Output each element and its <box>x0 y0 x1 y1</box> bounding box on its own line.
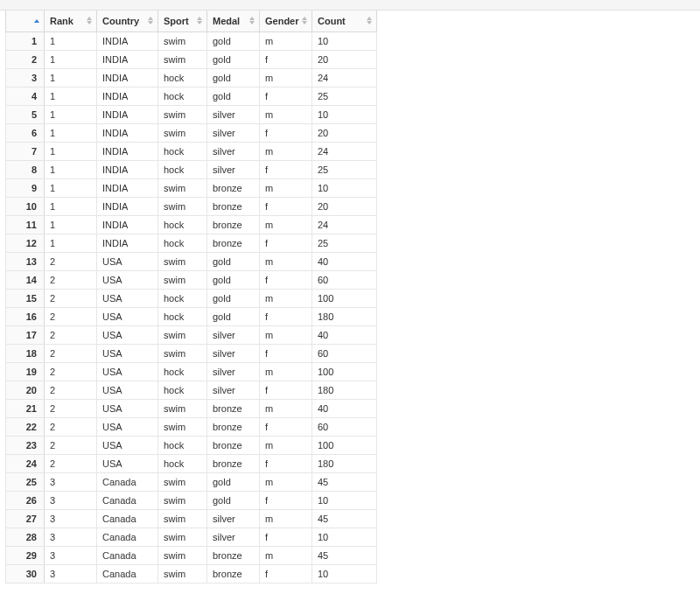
row-index-cell: 28 <box>6 528 45 546</box>
table-row[interactable]: 232USAhockbronzem100 <box>6 436 377 454</box>
cell-country: INDIA <box>97 178 158 197</box>
table-row[interactable]: 11INDIAswimgoldm10 <box>6 31 377 50</box>
cell-country: INDIA <box>97 50 158 68</box>
data-grid: RankCountrySportMedalGenderCount 11INDIA… <box>5 10 377 584</box>
sort-arrows-icon[interactable] <box>196 15 203 27</box>
cell-count: 24 <box>312 142 377 160</box>
row-index-cell: 8 <box>6 160 45 178</box>
cell-rank: 1 <box>45 215 97 234</box>
cell-rank: 2 <box>45 344 97 362</box>
cell-sport: swim <box>158 197 207 215</box>
sort-arrows-icon[interactable] <box>147 15 154 27</box>
table-row[interactable]: 132USAswimgoldm40 <box>6 252 377 270</box>
cell-rank: 2 <box>45 289 97 307</box>
cell-country: Canada <box>97 472 158 491</box>
column-label: Count <box>318 16 346 26</box>
table-row[interactable]: 111INDIAhockbronzem24 <box>6 215 377 234</box>
table-row[interactable]: 41INDIAhockgoldf25 <box>6 87 377 105</box>
cell-country: USA <box>97 325 158 344</box>
table-row[interactable]: 303Canadaswimbronzef10 <box>6 564 377 583</box>
cell-sport: swim <box>158 528 207 546</box>
row-index-cell: 7 <box>6 142 45 160</box>
sort-asc-icon <box>197 17 202 20</box>
cell-rank: 2 <box>45 270 97 289</box>
cell-medal: bronze <box>207 399 260 417</box>
column-header-country[interactable]: Country <box>97 10 158 31</box>
cell-rank: 2 <box>45 362 97 381</box>
cell-count: 40 <box>312 399 377 417</box>
cell-rank: 1 <box>45 87 97 105</box>
table-row[interactable]: 152USAhockgoldm100 <box>6 289 377 307</box>
table-row[interactable]: 101INDIAswimbronzef20 <box>6 197 377 215</box>
cell-gender: m <box>260 178 312 197</box>
cell-rank: 3 <box>45 528 97 546</box>
table-row[interactable]: 273Canadaswimsilverm45 <box>6 509 377 528</box>
sort-arrows-icon[interactable] <box>301 15 308 27</box>
cell-rank: 1 <box>45 68 97 87</box>
cell-count: 100 <box>312 289 377 307</box>
table-row[interactable]: 293Canadaswimbronzem45 <box>6 546 377 564</box>
column-label: Medal <box>213 16 240 26</box>
cell-count: 60 <box>312 344 377 362</box>
sort-arrows-icon[interactable] <box>86 15 93 27</box>
cell-gender: m <box>260 215 312 234</box>
table-row[interactable]: 212USAswimbronzem40 <box>6 399 377 417</box>
cell-medal: silver <box>207 381 260 399</box>
table-row[interactable]: 81INDIAhocksilverf25 <box>6 160 377 178</box>
cell-rank: 3 <box>45 472 97 491</box>
table-row[interactable]: 283Canadaswimsilverf10 <box>6 528 377 546</box>
cell-rank: 3 <box>45 491 97 509</box>
table-row[interactable]: 142USAswimgoldf60 <box>6 270 377 289</box>
cell-sport: hock <box>158 68 207 87</box>
cell-sport: hock <box>158 362 207 381</box>
column-header-sport[interactable]: Sport <box>158 10 207 31</box>
cell-medal: gold <box>207 491 260 509</box>
cell-sport: hock <box>158 436 207 454</box>
cell-country: USA <box>97 454 158 472</box>
cell-medal: bronze <box>207 197 260 215</box>
cell-country: INDIA <box>97 215 158 234</box>
cell-rank: 1 <box>45 50 97 68</box>
cell-count: 45 <box>312 546 377 564</box>
cell-count: 45 <box>312 509 377 528</box>
cell-medal: silver <box>207 325 260 344</box>
table-row[interactable]: 162USAhockgoldf180 <box>6 307 377 325</box>
cell-gender: m <box>260 472 312 491</box>
sort-arrows-icon[interactable] <box>33 15 40 27</box>
table-row[interactable]: 51INDIAswimsilverm10 <box>6 105 377 123</box>
table-row[interactable]: 61INDIAswimsilverf20 <box>6 123 377 142</box>
column-header-gender[interactable]: Gender <box>260 10 312 31</box>
cell-count: 180 <box>312 307 377 325</box>
row-index-cell: 20 <box>6 381 45 399</box>
row-index-cell: 22 <box>6 417 45 436</box>
table-row[interactable]: 253Canadaswimgoldm45 <box>6 472 377 491</box>
table-row[interactable]: 71INDIAhocksilverm24 <box>6 142 377 160</box>
table-row[interactable]: 31INDIAhockgoldm24 <box>6 68 377 87</box>
table-row[interactable]: 172USAswimsilverm40 <box>6 325 377 344</box>
cell-rank: 1 <box>45 234 97 252</box>
table-row[interactable]: 263Canadaswimgoldf10 <box>6 491 377 509</box>
sort-arrows-icon[interactable] <box>248 15 256 27</box>
cell-medal: bronze <box>207 215 260 234</box>
cell-sport: swim <box>158 509 207 528</box>
cell-rank: 2 <box>45 252 97 270</box>
sort-arrows-icon[interactable] <box>366 15 373 27</box>
column-header-medal[interactable]: Medal <box>207 10 260 31</box>
row-index-cell: 15 <box>6 289 45 307</box>
table-row[interactable]: 91INDIAswimbronzem10 <box>6 178 377 197</box>
table-row[interactable]: 242USAhockbronzef180 <box>6 454 377 472</box>
table-row[interactable]: 121INDIAhockbronzef25 <box>6 234 377 252</box>
column-header-rank[interactable]: Rank <box>45 10 97 31</box>
column-header-idx[interactable] <box>6 10 45 31</box>
column-header-count[interactable]: Count <box>312 10 377 31</box>
cell-country: USA <box>97 436 158 454</box>
table-row[interactable]: 202USAhocksilverf180 <box>6 381 377 399</box>
row-index-cell: 25 <box>6 472 45 491</box>
cell-country: Canada <box>97 509 158 528</box>
table-row[interactable]: 192USAhocksilverm100 <box>6 362 377 381</box>
row-index-cell: 24 <box>6 454 45 472</box>
table-row[interactable]: 182USAswimsilverf60 <box>6 344 377 362</box>
table-row[interactable]: 21INDIAswimgoldf20 <box>6 50 377 68</box>
table-row[interactable]: 222USAswimbronzef60 <box>6 417 377 436</box>
cell-country: USA <box>97 417 158 436</box>
